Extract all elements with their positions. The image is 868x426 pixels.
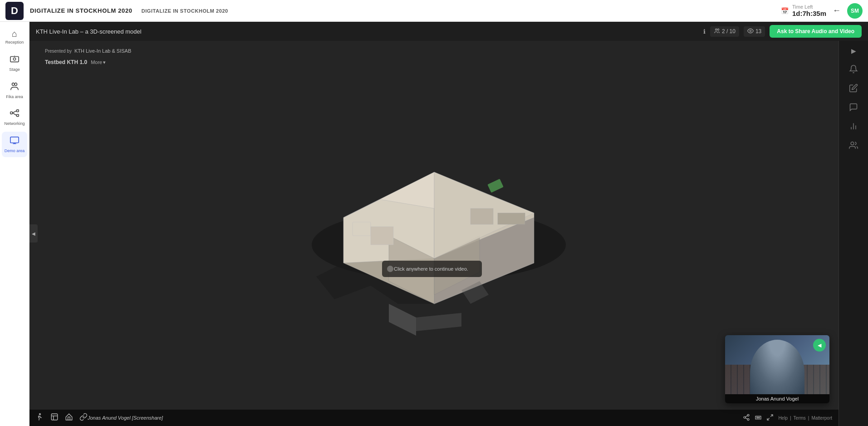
- left-sidebar: ⌂ Reception Stage Fika area: [0, 22, 29, 426]
- svg-point-49: [747, 418, 749, 420]
- svg-rect-41: [51, 414, 58, 420]
- svg-text:Click anywhere to continue vid: Click anywhere to continue video.: [394, 266, 468, 272]
- user-initials: SM: [851, 8, 859, 14]
- model-controls-left: [36, 413, 88, 423]
- vr-icon[interactable]: [755, 414, 762, 422]
- fika-icon: [10, 81, 20, 93]
- svg-rect-29: [353, 222, 371, 236]
- screenshare-label: Jonas Anund Vogel [Screenshare]: [88, 415, 163, 421]
- share-icon[interactable]: [743, 414, 750, 422]
- svg-point-4: [15, 83, 17, 85]
- terms-link[interactable]: Terms: [794, 416, 806, 421]
- walk-mode-icon[interactable]: [36, 413, 44, 423]
- video-name-bar: Jonas Anund Vogel: [725, 394, 829, 403]
- model-name: Testbed KTH 1.0: [45, 59, 87, 65]
- model-controls-right: Help | Terms | Matterport: [743, 414, 832, 422]
- share-audio-label: Ask to Share Audio and Video: [777, 28, 854, 35]
- svg-rect-7: [17, 114, 19, 117]
- pencil-icon[interactable]: [849, 84, 858, 93]
- user-avatar[interactable]: SM: [847, 3, 863, 19]
- content-topbar: KTH Live-In Lab – a 3D-screened model ℹ …: [29, 22, 868, 41]
- main-layout: ⌂ Reception Stage Fika area: [0, 22, 868, 426]
- reception-icon: ⌂: [12, 29, 17, 38]
- logo-letter: D: [11, 6, 18, 16]
- viewer-area[interactable]: ◀ Presented by KTH Live-In Lab & SISAB T…: [29, 41, 868, 426]
- presenter-name: KTH Live-In Lab & SISAB: [74, 48, 131, 54]
- link-icon[interactable]: [79, 413, 88, 423]
- svg-rect-30: [371, 227, 393, 245]
- share-audio-button[interactable]: Ask to Share Audio and Video: [770, 25, 862, 38]
- svg-point-47: [747, 414, 749, 416]
- help-link[interactable]: Help: [778, 416, 788, 421]
- eye-icon: [747, 28, 754, 35]
- svg-point-13: [715, 29, 717, 30]
- topbar-right: 📅 Time Left 1d:7h:35m ← SM: [781, 3, 863, 19]
- content-title: KTH Live-In Lab – a 3D-screened model: [36, 28, 699, 35]
- event-name: DIGITALIZE IN STOCKHOLM 2020: [142, 8, 228, 14]
- right-panel-collapsed: ▶: [839, 41, 868, 426]
- svg-line-9: [12, 113, 16, 116]
- model-viewer[interactable]: ◀ Presented by KTH Live-In Lab & SISAB T…: [29, 41, 839, 426]
- back-button[interactable]: ←: [833, 6, 841, 15]
- people-icon[interactable]: [849, 141, 858, 150]
- back-icon: ←: [833, 6, 841, 15]
- floor-mode-icon[interactable]: [50, 413, 59, 423]
- bar-chart-icon[interactable]: [849, 122, 858, 131]
- chat-icon[interactable]: [849, 103, 858, 112]
- model-bottom-bar: Jonas Anund Vogel [Screenshare]: [29, 410, 839, 426]
- sidebar-item-networking[interactable]: Networking: [2, 104, 27, 130]
- video-mute-button[interactable]: ◀: [813, 339, 826, 352]
- views-badge: 13: [744, 26, 765, 37]
- center-content: KTH Live-In Lab – a 3D-screened model ℹ …: [29, 22, 868, 426]
- svg-rect-5: [10, 112, 13, 114]
- sidebar-label-networking: Networking: [4, 121, 25, 126]
- sidebar-label-stage: Stage: [9, 67, 20, 72]
- sidebar-item-fika[interactable]: Fika area: [2, 78, 27, 103]
- svg-point-52: [757, 417, 758, 418]
- attendee-badge: 2 / 10: [710, 26, 739, 37]
- time-left-value: 1d:7h:35m: [792, 10, 826, 17]
- video-inner: ◀: [725, 335, 829, 394]
- more-button[interactable]: More ▾: [91, 59, 106, 65]
- time-left-block: 📅 Time Left 1d:7h:35m: [781, 4, 826, 17]
- app-logo[interactable]: D: [5, 2, 24, 20]
- svg-point-38: [387, 266, 393, 272]
- chevron-down-icon: ▾: [103, 59, 106, 65]
- topbar: D DIGITALIZE IN STOCKHOLM 2020 DIGITALIZ…: [0, 0, 868, 22]
- svg-point-40: [39, 414, 41, 415]
- sidebar-label-reception: Reception: [5, 40, 24, 45]
- demo-icon: [10, 135, 20, 147]
- time-left-label: Time Left: [792, 4, 826, 10]
- fullscreen-icon[interactable]: [766, 414, 774, 422]
- presented-by-bar: Presented by KTH Live-In Lab & SISAB Tes…: [39, 45, 137, 69]
- networking-icon: [10, 108, 20, 119]
- svg-line-51: [745, 416, 748, 417]
- app-title: DIGITALIZE IN STOCKHOLM 2020: [30, 7, 132, 14]
- notifications-icon[interactable]: [849, 64, 858, 74]
- 3d-model-container[interactable]: Click anywhere to continue video.: [29, 41, 839, 426]
- more-label: More: [91, 59, 102, 65]
- panel-collapse-icon[interactable]: ▶: [851, 47, 856, 54]
- info-icon[interactable]: ℹ: [703, 28, 706, 35]
- video-thumbnail: ◀ Jonas Anund Vogel: [725, 335, 829, 403]
- svg-line-8: [12, 111, 16, 113]
- svg-rect-0: [10, 56, 19, 62]
- mute-icon: ◀: [818, 342, 821, 348]
- sidebar-item-demo[interactable]: Demo area: [2, 132, 27, 157]
- sidebar-item-stage[interactable]: Stage: [2, 50, 27, 76]
- sidebar-item-reception[interactable]: ⌂ Reception: [2, 25, 27, 49]
- video-person-name: Jonas Anund Vogel: [756, 396, 799, 401]
- views-count: 13: [755, 28, 761, 35]
- svg-line-54: [771, 415, 773, 417]
- doll-mode-icon[interactable]: [65, 413, 73, 423]
- time-left-group: Time Left 1d:7h:35m: [792, 4, 826, 17]
- sidebar-label-demo: Demo area: [5, 149, 25, 154]
- svg-point-14: [717, 29, 719, 30]
- sidebar-label-fika: Fika area: [6, 94, 23, 99]
- svg-line-50: [745, 418, 748, 419]
- attendee-icon: [714, 28, 720, 35]
- calendar-icon: 📅: [781, 7, 789, 15]
- collapse-panel-button[interactable]: ◀: [29, 224, 38, 243]
- presented-by-label: Presented by: [45, 49, 72, 54]
- svg-point-59: [851, 142, 854, 145]
